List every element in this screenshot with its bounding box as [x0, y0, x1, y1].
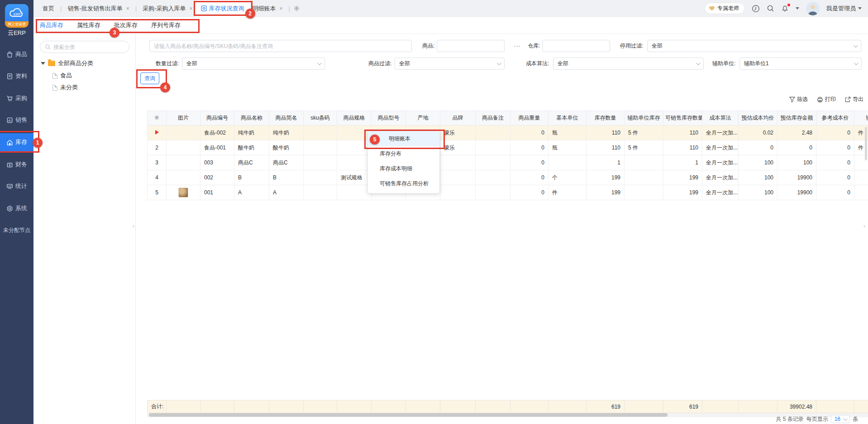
- keyword-search-input[interactable]: [154, 43, 407, 49]
- table-row[interactable]: 4002BB测试规格测试0个199199全月一次加...100199000: [148, 170, 868, 185]
- collapse-right-handle[interactable]: ‹: [863, 223, 865, 229]
- search-button[interactable]: [767, 5, 774, 12]
- ellipsis-icon[interactable]: ···: [514, 43, 521, 49]
- sidebar-item-purchase[interactable]: 采购: [0, 89, 33, 107]
- sidebar-item-stats[interactable]: 统计: [0, 177, 33, 195]
- tree-search-input[interactable]: [53, 44, 121, 50]
- column-header[interactable]: 预估成本均价: [739, 111, 777, 125]
- column-header[interactable]: 商品简名: [269, 111, 304, 125]
- totals-cell: [548, 400, 587, 413]
- column-settings-gear-icon[interactable]: [154, 115, 160, 120]
- column-header[interactable]: 商品型号: [372, 111, 406, 125]
- column-header[interactable]: 商品规格: [337, 111, 372, 125]
- table-toolbar: 筛选 打印 导出: [789, 96, 863, 103]
- tree-node-uncategorized[interactable]: 未分类: [52, 83, 78, 92]
- cell: 0: [816, 155, 854, 170]
- column-header[interactable]: 辅助单位: [854, 111, 868, 125]
- table-row[interactable]: 3003商品C商品C011全月一次加...1001000: [148, 155, 868, 170]
- collapse-tree-handle[interactable]: ‹: [133, 223, 134, 229]
- row-index-cell: 4: [148, 170, 167, 185]
- column-header[interactable]: sku条码: [304, 111, 337, 125]
- subtab-product-stock[interactable]: 商品库存: [40, 21, 63, 29]
- close-icon[interactable]: ×: [280, 5, 283, 12]
- column-header[interactable]: 商品重量: [510, 111, 548, 125]
- per-page-select[interactable]: 16: [831, 415, 850, 423]
- guide-button[interactable]: [752, 5, 760, 13]
- product-picker[interactable]: ···: [437, 40, 505, 52]
- tab-inventory-status[interactable]: 库存状况查询 2: [196, 0, 250, 17]
- product-picker-input[interactable]: [441, 43, 511, 49]
- disabled-filter-select[interactable]: 全部: [647, 40, 861, 52]
- export-button[interactable]: 导出: [845, 96, 863, 103]
- column-header[interactable]: 可销售库存数量: [663, 111, 702, 125]
- warehouse-picker[interactable]: ···: [542, 40, 610, 52]
- keyword-search-box[interactable]: [149, 40, 412, 52]
- sidebar-item-unassigned[interactable]: 未分配节点: [0, 226, 33, 234]
- subtab-serial-stock[interactable]: 序列号库存: [151, 21, 181, 29]
- expand-caret-icon[interactable]: [41, 62, 45, 65]
- chevron-down-icon[interactable]: [796, 7, 799, 10]
- cost-algo-select[interactable]: 全部: [553, 58, 704, 70]
- tab-label: 首页: [43, 5, 54, 13]
- menu-item-detail-ledger[interactable]: 明细账本: [368, 131, 439, 146]
- sidebar-item-label: 库存: [15, 138, 27, 146]
- column-header[interactable]: 图片: [167, 111, 200, 125]
- column-header[interactable]: 预估库存金额: [777, 111, 816, 125]
- cell: 全月一次加...: [702, 125, 739, 140]
- menu-item-sellable-analysis[interactable]: 可销售库存占用分析: [368, 176, 439, 191]
- app-logo[interactable]: ERP 网上管家婆: [5, 4, 29, 28]
- menu-item-stock-distribution[interactable]: 库存分布: [368, 146, 439, 161]
- column-header[interactable]: 成本算法: [702, 111, 739, 125]
- user-menu[interactable]: 我是管理员: [826, 5, 862, 13]
- horizontal-scrollbar-thumb[interactable]: [149, 413, 668, 417]
- query-button[interactable]: 查询: [140, 72, 159, 84]
- close-icon[interactable]: ×: [126, 5, 129, 12]
- sidebar-item-data[interactable]: 资料: [0, 67, 33, 85]
- subtab-batch-stock[interactable]: 批次库存: [114, 21, 138, 29]
- vertical-scrollbar-thumb[interactable]: [865, 127, 867, 160]
- product-image[interactable]: [178, 188, 188, 198]
- tree-node-food[interactable]: 食品: [52, 72, 72, 80]
- tree-node-root[interactable]: 全部商品分类: [41, 59, 93, 67]
- tree-search-box[interactable]: [40, 41, 129, 53]
- table-row[interactable]: 食品-002纯牛奶纯牛奶蒙乐0瓶1105 件110全月一次加...0.022.4…: [148, 125, 868, 140]
- tab-home[interactable]: 首页: [40, 0, 57, 17]
- column-header[interactable]: 库存数量: [587, 111, 625, 125]
- dedicated-teacher-button[interactable]: 专属老师: [705, 3, 745, 14]
- column-header[interactable]: 品牌: [440, 111, 476, 125]
- avatar[interactable]: [806, 2, 820, 15]
- sidebar-item-inventory[interactable]: 库存 1: [0, 133, 33, 151]
- column-header[interactable]: 商品编号: [200, 111, 234, 125]
- totals-cell: 619: [587, 400, 625, 413]
- table-row[interactable]: 2食品-001酸牛奶酸牛奶蒙乐0瓶1105 件110全月一次加...000件: [148, 140, 868, 155]
- warehouse-picker-input[interactable]: [547, 43, 617, 49]
- tab-settings-gear-icon[interactable]: [293, 5, 300, 12]
- sidebar-item-sales[interactable]: 销售: [0, 111, 33, 129]
- column-header[interactable]: 商品备注: [476, 111, 510, 125]
- tab-purchase-inbound[interactable]: 采购-采购入库单×: [140, 0, 195, 17]
- sidebar-item-system[interactable]: 系统: [0, 199, 33, 217]
- column-header[interactable]: 辅助单位库存: [625, 111, 663, 125]
- productfilter-select[interactable]: 全部: [395, 58, 505, 70]
- filter-columns-button[interactable]: 筛选: [789, 96, 808, 103]
- column-header[interactable]: [148, 111, 167, 125]
- notifications-button[interactable]: [781, 5, 789, 12]
- data-icon: [6, 73, 13, 80]
- warehouse-filter-label: 仓库:: [528, 40, 540, 52]
- menu-item-stock-cost-detail[interactable]: 库存成本明细: [368, 161, 439, 176]
- column-header[interactable]: 产地: [406, 111, 440, 125]
- print-button[interactable]: 打印: [817, 96, 836, 103]
- column-header[interactable]: 基本单位: [548, 111, 587, 125]
- column-header[interactable]: 参考成本价: [816, 111, 854, 125]
- sidebar-item-goods[interactable]: 商品: [0, 45, 33, 63]
- table-row[interactable]: 5001AA0件199199全月一次加...100199000: [148, 185, 868, 200]
- tab-detail-ledger[interactable]: 明细账本×: [250, 0, 286, 17]
- quantity-filter-select[interactable]: 全部: [182, 58, 325, 70]
- column-header[interactable]: 商品名称: [234, 111, 269, 125]
- close-icon[interactable]: ×: [189, 5, 192, 12]
- sidebar-item-finance[interactable]: 财务: [0, 155, 33, 173]
- cell: A: [269, 185, 304, 200]
- tab-sales-outbound[interactable]: 销售-批发销售出库单×: [65, 0, 132, 17]
- subtab-attribute-stock[interactable]: 属性库存: [77, 21, 100, 29]
- aux-unit-select[interactable]: 辅助单位1: [739, 58, 862, 70]
